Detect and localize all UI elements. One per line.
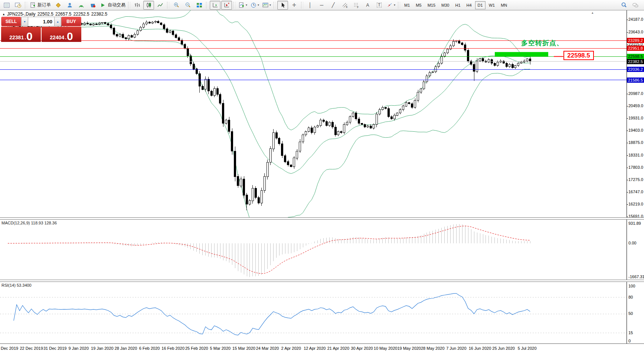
date-axis-label: 5 Jul 2020 xyxy=(518,346,537,351)
periods-caret: ▾ xyxy=(258,3,259,7)
text-label-button[interactable]: T xyxy=(374,1,385,10)
tile-windows-icon xyxy=(196,2,203,9)
community-button[interactable] xyxy=(64,1,75,10)
toolbar-group-handle xyxy=(25,2,27,9)
fibonacci-button[interactable]: F xyxy=(351,1,362,10)
y-axis-tick: 15691.0 xyxy=(628,214,643,217)
toolbar-group-handle xyxy=(274,2,276,9)
date-axis-label: 9 Jan 2020 xyxy=(69,346,89,351)
market-button[interactable] xyxy=(87,1,98,10)
new-order-button[interactable]: 新订单 xyxy=(29,1,52,10)
macd-canvas[interactable] xyxy=(0,220,627,280)
chart-shift-icon xyxy=(223,2,230,9)
zoom-in-button[interactable] xyxy=(171,1,182,10)
price-level-badge: 22598.5 xyxy=(627,54,644,59)
metaeditor-button[interactable] xyxy=(53,1,63,10)
y-axis-tickmark xyxy=(627,204,628,205)
timeframe-W1[interactable]: W1 xyxy=(486,1,498,9)
y-axis-tickmark xyxy=(627,143,628,143)
timeframe-M30[interactable]: M30 xyxy=(439,1,452,9)
fibonacci-icon: F xyxy=(353,2,360,9)
tile-windows-button[interactable] xyxy=(194,1,205,10)
line-chart-button[interactable] xyxy=(155,1,166,10)
timeframe-M15[interactable]: M15 xyxy=(425,1,438,9)
timeframe-D1[interactable]: D1 xyxy=(475,1,486,9)
collapse-triangle-icon[interactable]: ▲ xyxy=(2,13,5,16)
search-button[interactable] xyxy=(618,1,629,10)
rsi-canvas[interactable] xyxy=(0,282,627,343)
volume-input[interactable]: 1.00 xyxy=(28,17,54,26)
toolbar-group-handle xyxy=(398,2,400,9)
date-axis-label: 25 Feb 2020 xyxy=(185,346,208,351)
vertical-line-button[interactable]: │ xyxy=(305,1,316,10)
autotrading-label: 自动交易 xyxy=(108,2,125,8)
autotrading-button[interactable]: 自动交易 xyxy=(99,1,127,10)
chart-shift-button[interactable] xyxy=(221,1,232,10)
timeframe-MN[interactable]: MN xyxy=(498,1,510,9)
price-callout-label[interactable]: 22598.5 xyxy=(563,51,594,60)
ohlc-close: 22382.5 xyxy=(91,11,107,17)
y-axis-tickmark xyxy=(627,45,628,45)
volume-decrease-button[interactable]: ▼ xyxy=(21,17,28,26)
y-axis-tickmark xyxy=(627,168,628,168)
date-axis-label: 21 Apr 2020 xyxy=(327,346,349,351)
metaeditor-icon xyxy=(55,2,62,9)
cursor-button[interactable] xyxy=(277,1,288,10)
y-axis-tickmark xyxy=(627,32,628,33)
timeframe-H1[interactable]: H1 xyxy=(452,1,463,9)
chart-symbol: JPN225-,Daily xyxy=(7,11,36,17)
y-axis-tickmark xyxy=(627,118,628,119)
price-level-badge: 22036.2 xyxy=(627,67,644,72)
chat-button[interactable] xyxy=(630,1,641,10)
sell-price-main: 22381 xyxy=(9,35,24,40)
periods-button[interactable]: ▾ xyxy=(249,1,260,10)
auto-scroll-button[interactable] xyxy=(210,1,220,10)
market-watch-button[interactable] xyxy=(1,1,12,10)
price-axis: 24187.023643.023115.020987.020459.019931… xyxy=(627,10,644,217)
indicators-button[interactable]: ▾ xyxy=(237,1,248,10)
trendline-button[interactable]: ╱ xyxy=(328,1,339,10)
templates-button[interactable]: ▾ xyxy=(261,1,272,10)
timeframe-H4[interactable]: H4 xyxy=(464,1,474,9)
horizontal-line-button[interactable]: ─ xyxy=(316,1,327,10)
buy-price-main: 22404 xyxy=(50,35,64,40)
y-axis-tick: 19931.0 xyxy=(628,116,643,120)
community-icon xyxy=(66,2,73,9)
rsi-axis-tick: 80 xyxy=(628,295,633,299)
chart-annotation-text[interactable]: 多空转折点、 xyxy=(521,39,563,47)
new-order-icon xyxy=(30,2,36,9)
volume-increase-button[interactable]: ▲ xyxy=(54,17,61,26)
candlestick-chart-button[interactable] xyxy=(143,1,154,10)
zoom-out-button[interactable] xyxy=(182,1,193,10)
text-button[interactable]: A xyxy=(362,1,373,10)
y-axis-tickmark xyxy=(627,20,628,20)
ohlc-open: 22502.5 xyxy=(37,11,53,17)
bar-chart-icon xyxy=(134,2,141,9)
macd-label: MACD(12,26,9) 118.93 128.36 xyxy=(1,221,57,225)
channel-button[interactable]: E xyxy=(339,1,350,10)
macd-panel: 931.890.00-1667.31 MACD(12,26,9) 118.93 … xyxy=(0,220,644,280)
history-window-button[interactable] xyxy=(13,1,23,10)
signals-button[interactable] xyxy=(76,1,86,10)
zoom-in-icon xyxy=(173,2,180,9)
sell-button[interactable]: SELL xyxy=(1,17,21,26)
buy-button[interactable]: BUY xyxy=(61,17,81,26)
bar-chart-button[interactable] xyxy=(132,1,143,10)
buy-price-box[interactable]: 22404 . 0 xyxy=(42,27,81,42)
toolbar-group-handle xyxy=(206,2,208,9)
date-axis-label: 5 Mar 2020 xyxy=(210,346,231,351)
timeframe-M5[interactable]: M5 xyxy=(413,1,424,9)
buy-price-big-digit: 0 xyxy=(67,32,73,41)
arrows-button[interactable]: ▾ xyxy=(385,1,396,10)
crosshair-button[interactable]: ✛ xyxy=(289,1,300,10)
y-axis-tickmark xyxy=(627,192,628,193)
autotrading-icon xyxy=(100,2,107,9)
sell-price-box[interactable]: 22381 . 0 xyxy=(1,27,41,42)
date-axis-label: 15 Mar 2020 xyxy=(232,346,255,351)
timeframe-M1[interactable]: M1 xyxy=(402,1,412,9)
date-axis[interactable]: 2 Dec 201922 Dec 201931 Dec 20199 Jan 20… xyxy=(0,343,644,352)
timeframe-bar: M1M5M15M30H1H4D1W1MN xyxy=(401,1,510,9)
ohlc-low: 22252.5 xyxy=(73,11,89,17)
y-axis-tickmark xyxy=(627,106,628,106)
date-axis-label: 22 Dec 2019 xyxy=(20,346,43,351)
